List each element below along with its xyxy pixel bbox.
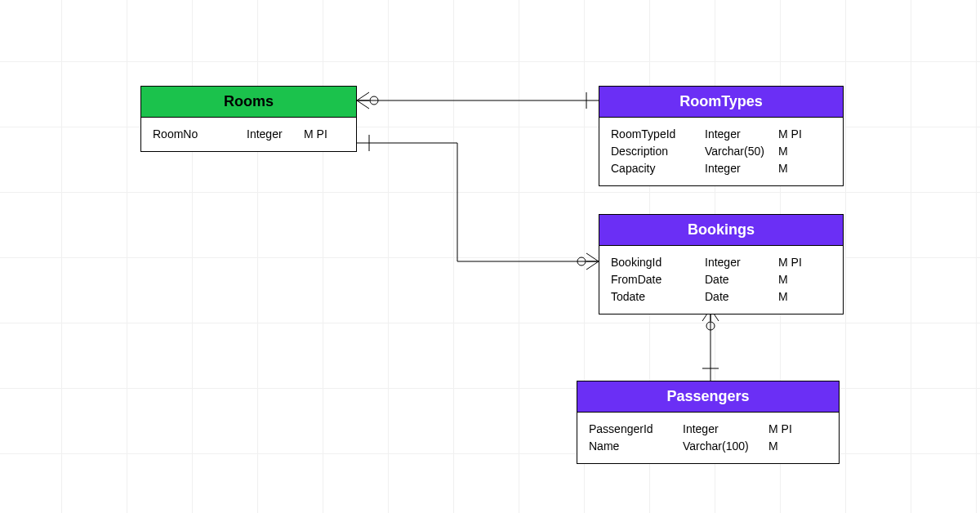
- attr-row: RoomTypeId Integer M PI: [611, 126, 831, 143]
- attr-row: FromDate Date M: [611, 271, 831, 288]
- attr-flags: M: [768, 438, 801, 455]
- attr-row: Todate Date M: [611, 288, 831, 306]
- entity-roomtypes[interactable]: RoomTypes RoomTypeId Integer M PI Descri…: [599, 86, 844, 186]
- attr-flags: M PI: [768, 421, 801, 438]
- attr-name: Name: [589, 438, 683, 455]
- entity-bookings[interactable]: Bookings BookingId Integer M PI FromDate…: [599, 214, 844, 314]
- attr-name: PassengerId: [589, 421, 683, 438]
- attr-flags: M: [778, 160, 811, 177]
- attr-type: Date: [705, 288, 778, 306]
- attr-flags: M: [778, 288, 811, 306]
- entity-passengers[interactable]: Passengers PassengerId Integer M PI Name…: [577, 381, 840, 464]
- attr-type: Integer: [683, 421, 768, 438]
- entity-passengers-title: Passengers: [666, 388, 749, 404]
- attr-type: Varchar(100): [683, 438, 768, 455]
- entity-bookings-header: Bookings: [599, 215, 843, 246]
- entity-bookings-title: Bookings: [688, 221, 755, 238]
- attr-row: BookingId Integer M PI: [611, 254, 831, 271]
- attr-name: FromDate: [611, 271, 705, 288]
- attr-name: Todate: [611, 288, 705, 306]
- attr-type: Integer: [705, 126, 778, 143]
- attr-name: Description: [611, 143, 705, 160]
- attr-type: Date: [705, 271, 778, 288]
- attr-name: Capacity: [611, 160, 705, 177]
- attr-type: Integer: [247, 126, 304, 143]
- entity-passengers-body: PassengerId Integer M PI Name Varchar(10…: [577, 413, 839, 463]
- attr-flags: M PI: [778, 254, 811, 271]
- attr-flags: M: [778, 271, 811, 288]
- entity-rooms[interactable]: Rooms RoomNo Integer M PI: [140, 86, 357, 152]
- entity-roomtypes-body: RoomTypeId Integer M PI Description Varc…: [599, 118, 843, 185]
- entity-passengers-header: Passengers: [577, 381, 839, 413]
- attr-name: BookingId: [611, 254, 705, 271]
- entity-rooms-header: Rooms: [141, 87, 356, 118]
- attr-type: Integer: [705, 254, 778, 271]
- attr-name: RoomNo: [153, 126, 247, 143]
- attr-flags: M PI: [778, 126, 811, 143]
- attr-flags: M PI: [304, 126, 336, 143]
- attr-row: PassengerId Integer M PI: [589, 421, 827, 438]
- entity-rooms-body: RoomNo Integer M PI: [141, 118, 356, 151]
- attr-name: RoomTypeId: [611, 126, 705, 143]
- attr-row: RoomNo Integer M PI: [153, 126, 345, 143]
- attr-row: Description Varchar(50) M: [611, 143, 831, 160]
- entity-bookings-body: BookingId Integer M PI FromDate Date M T…: [599, 246, 843, 314]
- attr-type: Varchar(50): [705, 143, 778, 160]
- attr-row: Capacity Integer M: [611, 160, 831, 177]
- entity-rooms-title: Rooms: [224, 93, 274, 109]
- attr-flags: M: [778, 143, 811, 160]
- attr-row: Name Varchar(100) M: [589, 438, 827, 455]
- attr-type: Integer: [705, 160, 778, 177]
- entity-roomtypes-title: RoomTypes: [679, 93, 763, 109]
- entity-roomtypes-header: RoomTypes: [599, 87, 843, 118]
